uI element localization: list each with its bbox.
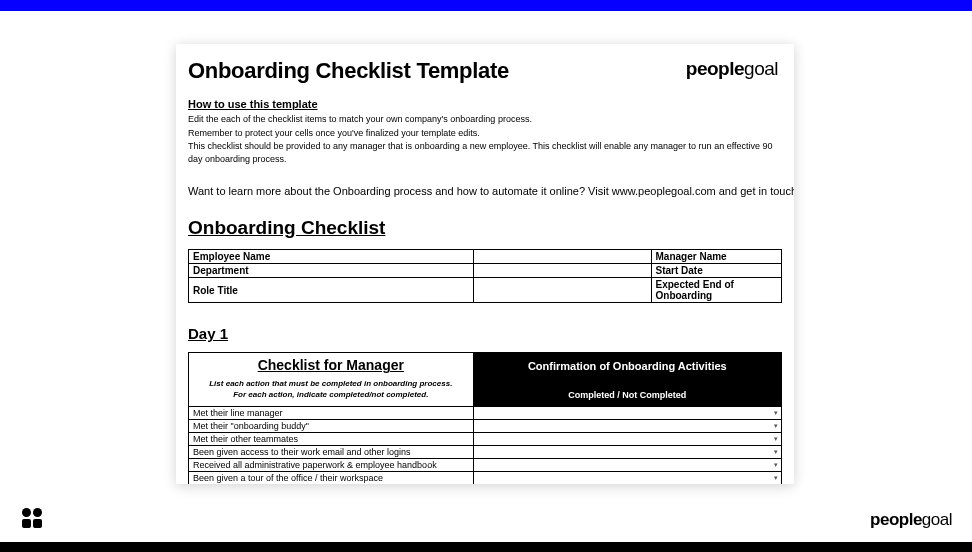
checklist-item[interactable]: Been given a tour of the office / their … [189,472,474,484]
status-dropdown[interactable] [473,446,781,459]
status-dropdown[interactable] [473,472,781,484]
employee-info-table: Employee Name Manager Name Department St… [188,249,782,303]
bottom-black-bar [0,542,972,552]
field-expected-end[interactable]: Expected End of Onboarding [651,278,781,303]
status-dropdown[interactable] [473,459,781,472]
instruction-line: Remember to protect your cells once you'… [188,127,782,140]
field-employee-name[interactable]: Employee Name [189,250,474,264]
field-department[interactable]: Department [189,264,474,278]
completed-label: Completed / Not Completed [478,390,777,400]
field-blank[interactable] [473,264,651,278]
document-preview: Onboarding Checklist Template peoplegoal… [176,44,794,484]
checklist-header-confirmation: Confirmation of Onboarding Activities Co… [473,353,781,407]
main-content-area: Onboarding Checklist Template peoplegoal… [0,11,972,542]
checklist-header-manager: Checklist for Manager List each action t… [189,353,474,407]
day-1-heading: Day 1 [188,325,782,342]
checklist-item[interactable]: Received all administrative paperwork & … [189,459,474,472]
learn-more-text: Want to learn more about the Onboarding … [188,185,782,197]
status-dropdown[interactable] [473,433,781,446]
brand-logo-footer: peoplegoal [870,510,952,530]
instructions-block: Edit the each of the checklist items to … [188,113,782,165]
field-manager-name[interactable]: Manager Name [651,250,781,264]
checklist-item[interactable]: Been given access to their work email an… [189,446,474,459]
instruction-line: This checklist should be provided to any… [188,140,782,165]
dots-icon [22,508,42,528]
onboarding-checklist-heading: Onboarding Checklist [188,217,782,239]
checklist-manager-sub: List each action that must be completed … [195,379,467,389]
checklist-table: Checklist for Manager List each action t… [188,352,782,484]
checklist-item[interactable]: Met their "onboarding buddy" [189,420,474,433]
checklist-item[interactable]: Met their line manager [189,407,474,420]
field-role-title[interactable]: Role Title [189,278,474,303]
document-title: Onboarding Checklist Template [188,58,509,84]
top-blue-bar [0,0,972,11]
status-dropdown[interactable] [473,407,781,420]
checklist-manager-title: Checklist for Manager [195,357,467,373]
instruction-line: Edit the each of the checklist items to … [188,113,782,126]
how-to-use-heading: How to use this template [188,98,782,110]
field-start-date[interactable]: Start Date [651,264,781,278]
document-header: Onboarding Checklist Template peoplegoal [188,58,782,84]
checklist-item[interactable]: Met their other teammates [189,433,474,446]
status-dropdown[interactable] [473,420,781,433]
field-blank[interactable] [473,250,651,264]
confirmation-title: Confirmation of Onboarding Activities [478,360,777,372]
field-blank[interactable] [473,278,651,303]
brand-logo-top: peoplegoal [686,58,782,80]
checklist-manager-sub: For each action, indicate completed/not … [195,390,467,400]
